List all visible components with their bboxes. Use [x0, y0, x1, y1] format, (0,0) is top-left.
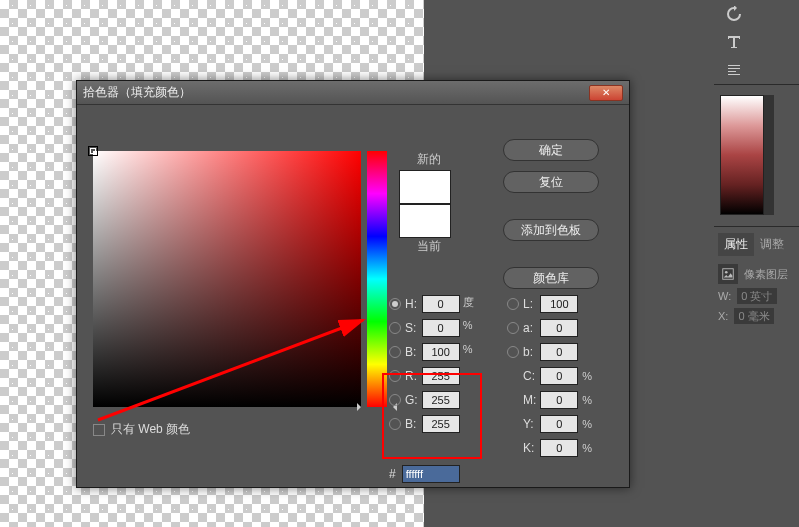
- text-icon[interactable]: [718, 28, 750, 56]
- right-panel: 属性 调整 像素图层 W: X:: [714, 0, 799, 527]
- paragraph-icon[interactable]: [718, 56, 750, 84]
- reset-button[interactable]: 复位: [503, 171, 599, 193]
- hex-label: #: [389, 467, 396, 481]
- close-button[interactable]: [589, 85, 623, 101]
- radio-a[interactable]: [507, 322, 519, 334]
- saturation-value-field[interactable]: [93, 151, 361, 407]
- w-label: W:: [718, 290, 731, 302]
- radio-bb[interactable]: [389, 346, 401, 358]
- color-lib-button[interactable]: 颜色库: [503, 267, 599, 289]
- ok-button[interactable]: 确定: [503, 139, 599, 161]
- current-color-swatch[interactable]: [399, 204, 451, 238]
- titlebar[interactable]: 拾色器（填充颜色）: [77, 81, 629, 105]
- radio-r[interactable]: [389, 370, 401, 382]
- s-input[interactable]: [422, 319, 460, 337]
- layer-kind-icon: [718, 264, 738, 284]
- g-input[interactable]: [422, 391, 460, 409]
- gradient-index: [764, 95, 774, 215]
- l-input[interactable]: [540, 295, 578, 313]
- color-picker-dialog: 拾色器（填充颜色） 新的 当前 确定 复位 添加到色板 颜色库 H:度: [76, 80, 630, 488]
- k-input[interactable]: [540, 439, 578, 457]
- color-gradient-preview: [720, 95, 764, 215]
- h-input[interactable]: [422, 295, 460, 313]
- b2-input[interactable]: [540, 343, 578, 361]
- c-input[interactable]: [540, 367, 578, 385]
- x-input[interactable]: [734, 308, 774, 324]
- current-color-label: 当前: [399, 238, 459, 255]
- svg-point-1: [725, 271, 728, 274]
- tab-adjust[interactable]: 调整: [754, 233, 790, 256]
- new-color-label: 新的: [399, 151, 459, 168]
- y-input[interactable]: [540, 415, 578, 433]
- x-label: X:: [718, 310, 728, 322]
- hex-input[interactable]: [402, 465, 460, 483]
- layer-kind-label: 像素图层: [744, 267, 788, 282]
- new-color-swatch: [399, 170, 451, 204]
- radio-b[interactable]: [389, 418, 401, 430]
- b-input[interactable]: [422, 415, 460, 433]
- tab-properties[interactable]: 属性: [718, 233, 754, 256]
- web-colors-checkbox[interactable]: [93, 424, 105, 436]
- history-icon[interactable]: [718, 0, 750, 28]
- radio-h[interactable]: [389, 298, 401, 310]
- w-input[interactable]: [737, 288, 777, 304]
- m-input[interactable]: [540, 391, 578, 409]
- brightness-input[interactable]: [422, 343, 460, 361]
- a-input[interactable]: [540, 319, 578, 337]
- hue-slider[interactable]: [367, 151, 387, 407]
- properties-panel: 属性 调整 像素图层 W: X:: [714, 226, 799, 334]
- svg-rect-0: [723, 269, 734, 280]
- add-swatch-button[interactable]: 添加到色板: [503, 219, 599, 241]
- web-colors-label: 只有 Web 颜色: [111, 421, 190, 438]
- radio-l[interactable]: [507, 298, 519, 310]
- radio-b2[interactable]: [507, 346, 519, 358]
- r-input[interactable]: [422, 367, 460, 385]
- radio-g[interactable]: [389, 394, 401, 406]
- radio-s[interactable]: [389, 322, 401, 334]
- dialog-title: 拾色器（填充颜色）: [83, 84, 589, 101]
- sv-cursor[interactable]: [88, 146, 98, 156]
